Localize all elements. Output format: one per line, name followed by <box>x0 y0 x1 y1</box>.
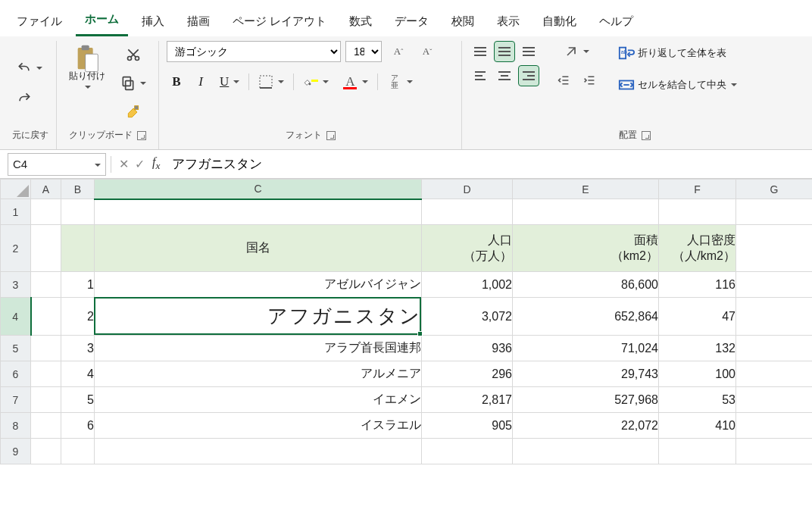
grow-font-button[interactable]: Aˆ <box>386 41 411 62</box>
cell-G8[interactable] <box>736 413 813 439</box>
dec-indent-button[interactable] <box>553 70 574 91</box>
cell-A8[interactable] <box>31 413 61 439</box>
align-top-button[interactable] <box>470 41 491 62</box>
menu-view[interactable]: 表示 <box>488 10 529 36</box>
clipboard-launcher[interactable] <box>137 131 146 140</box>
wrap-text-button[interactable]: ab 折り返して全体を表 <box>614 41 731 65</box>
merge-center-button[interactable]: セルを結合して中央 <box>614 73 742 97</box>
font-size-select[interactable]: 18 <box>345 41 382 62</box>
cell-F9[interactable] <box>659 439 736 464</box>
cell-E4[interactable]: 652,864 <box>513 298 659 336</box>
italic-button[interactable]: I <box>191 71 211 92</box>
row-header-5[interactable]: 5 <box>1 336 31 361</box>
menu-automate[interactable]: 自動化 <box>533 10 586 36</box>
cell-B3[interactable]: 1 <box>61 272 95 298</box>
borders-button[interactable] <box>254 71 289 92</box>
select-all-button[interactable] <box>1 180 31 199</box>
cell-B4[interactable]: 2 <box>61 298 95 336</box>
row-header-2[interactable]: 2 <box>1 225 31 272</box>
cell-G4[interactable] <box>736 298 813 336</box>
menu-insert[interactable]: 挿入 <box>133 10 173 36</box>
cell-F3[interactable]: 116 <box>659 272 736 298</box>
menu-review[interactable]: 校閲 <box>442 10 483 36</box>
cell-D9[interactable] <box>422 439 513 464</box>
cell-C4[interactable]: アフガニスタン <box>95 298 422 336</box>
worksheet[interactable]: A B C D E F G 1 2 国名 人口 （万人） 面積 （km2） <box>0 179 812 464</box>
cell-B2[interactable] <box>61 225 95 272</box>
col-header-G[interactable]: G <box>736 180 813 199</box>
cell-E5[interactable]: 71,024 <box>513 336 659 361</box>
cell-G5[interactable] <box>736 336 813 361</box>
cell-D2[interactable]: 人口 （万人） <box>422 225 513 272</box>
cell-D7[interactable]: 2,817 <box>422 387 513 413</box>
grid[interactable]: A B C D E F G 1 2 国名 人口 （万人） 面積 （km2） <box>0 179 812 464</box>
cell-G2[interactable] <box>736 225 813 272</box>
cell-A2[interactable] <box>31 225 61 272</box>
cell-B8[interactable]: 6 <box>61 413 95 439</box>
row-header-4[interactable]: 4 <box>1 298 31 336</box>
row-header-8[interactable]: 8 <box>1 413 31 439</box>
font-name-select[interactable]: 游ゴシック <box>167 41 341 62</box>
accept-formula-button[interactable]: ✓ <box>135 157 145 171</box>
cell-E1[interactable] <box>513 199 659 225</box>
font-color-button[interactable]: A <box>338 71 373 92</box>
menu-draw[interactable]: 描画 <box>178 10 219 36</box>
cell-B9[interactable] <box>61 439 95 464</box>
format-painter-button[interactable] <box>121 102 145 123</box>
cell-E3[interactable]: 86,600 <box>513 272 659 298</box>
menu-file[interactable]: ファイル <box>8 10 71 36</box>
cell-C5[interactable]: アラブ首長国連邦 <box>95 336 422 361</box>
cell-B5[interactable]: 3 <box>61 336 95 361</box>
cell-E2[interactable]: 面積 （km2） <box>513 225 659 272</box>
align-center-button[interactable] <box>494 65 515 86</box>
menu-data[interactable]: データ <box>386 10 438 36</box>
cell-B1[interactable] <box>61 199 95 225</box>
cell-G7[interactable] <box>736 387 813 413</box>
cell-D1[interactable] <box>422 199 513 225</box>
cell-D5[interactable]: 936 <box>422 336 513 361</box>
align-launcher[interactable] <box>642 131 651 140</box>
cell-D4[interactable]: 3,072 <box>422 298 513 336</box>
cell-G9[interactable] <box>736 439 813 464</box>
phonetic-button[interactable]: ア 亜 <box>383 71 417 92</box>
row-header-7[interactable]: 7 <box>1 387 31 413</box>
col-header-B[interactable]: B <box>61 180 95 199</box>
cell-A3[interactable] <box>31 272 61 298</box>
row-header-1[interactable]: 1 <box>1 199 31 225</box>
row-header-6[interactable]: 6 <box>1 361 31 387</box>
cut-button[interactable] <box>121 44 145 65</box>
shrink-font-button[interactable]: Aˇ <box>415 41 439 62</box>
cell-E7[interactable]: 527,968 <box>513 387 659 413</box>
cell-A7[interactable] <box>31 387 61 413</box>
undo-button[interactable] <box>12 58 47 79</box>
cell-C8[interactable]: イスラエル <box>95 413 422 439</box>
cell-C3[interactable]: アゼルバイジャン <box>95 272 422 298</box>
cell-G6[interactable] <box>736 361 813 387</box>
align-middle-button[interactable] <box>494 41 515 62</box>
inc-indent-button[interactable] <box>579 70 600 91</box>
copy-button[interactable] <box>116 73 151 94</box>
name-box[interactable]: C4 <box>8 153 106 176</box>
cell-C6[interactable]: アルメニア <box>95 361 422 387</box>
cell-F4[interactable]: 47 <box>659 298 736 336</box>
menu-home[interactable]: ホーム <box>76 8 128 36</box>
fx-icon[interactable]: fx <box>151 155 166 172</box>
align-bottom-button[interactable] <box>518 41 539 62</box>
cell-A5[interactable] <box>31 336 61 361</box>
col-header-C[interactable]: C <box>95 180 422 199</box>
col-header-F[interactable]: F <box>659 180 736 199</box>
formula-input[interactable] <box>166 154 812 175</box>
cell-E9[interactable] <box>513 439 659 464</box>
cancel-formula-button[interactable]: ✕ <box>119 157 129 171</box>
cell-A4[interactable] <box>31 298 61 336</box>
cell-E6[interactable]: 29,743 <box>513 361 659 387</box>
paste-button[interactable]: 貼り付け <box>64 41 110 93</box>
underline-button[interactable]: U <box>215 71 244 92</box>
cell-D6[interactable]: 296 <box>422 361 513 387</box>
cell-F6[interactable]: 100 <box>659 361 736 387</box>
cell-C1[interactable] <box>95 199 422 225</box>
cell-F2[interactable]: 人口密度 （人/km2） <box>659 225 736 272</box>
cell-B6[interactable]: 4 <box>61 361 95 387</box>
cell-C9[interactable] <box>95 439 422 464</box>
col-header-D[interactable]: D <box>422 180 513 199</box>
